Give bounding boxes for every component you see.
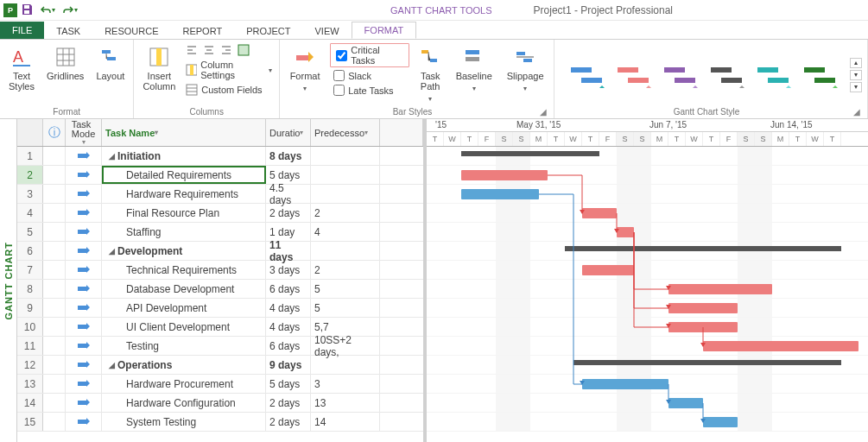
row-predecessors[interactable]: 14 [311,413,380,431]
row-number[interactable]: 13 [17,375,43,393]
row-mode[interactable] [66,147,102,165]
gantt-style-3[interactable] [660,61,698,89]
row-predecessors[interactable]: 4 [311,223,380,241]
row-mode[interactable] [66,337,102,355]
col-duration[interactable]: Duratio [266,119,311,146]
summary-bar[interactable] [565,246,841,251]
row-duration[interactable]: 11 days [266,242,311,260]
row-number[interactable]: 9 [17,299,43,317]
row-number[interactable]: 6 [17,242,43,260]
col-task-mode[interactable]: Task Mode [66,119,102,146]
row-number[interactable]: 14 [17,394,43,412]
tab-format[interactable]: FORMAT [352,22,417,39]
col-add[interactable] [380,119,423,146]
slippage-button[interactable]: Slippage [502,43,548,95]
row-task-name[interactable]: Staffing [102,223,266,241]
row-duration[interactable]: 9 days [266,356,311,374]
row-task-name[interactable]: Hardware Configuration [102,394,266,412]
table-row[interactable]: 5Staffing1 day4 [17,223,423,242]
row-mode[interactable] [66,356,102,374]
row-task-name[interactable]: ◢Operations [102,356,266,374]
row-task-name[interactable]: Detailed Requirements [102,166,266,184]
table-row[interactable]: 11Testing6 days10SS+2 days, [17,337,423,356]
gantt-style-gallery[interactable] [560,56,845,94]
task-bar[interactable] [703,417,738,427]
critical-tasks-checkbox[interactable]: Critical Tasks [330,43,409,67]
baseline-button[interactable]: Baseline [451,43,497,95]
task-bar[interactable] [668,398,703,408]
row-task-name[interactable]: API Development [102,299,266,317]
row-predecessors[interactable]: 3 [311,375,380,393]
row-predecessors[interactable]: 2 [311,261,380,279]
table-row[interactable]: 12◢Operations9 days [17,356,423,375]
table-row[interactable]: 3Hardware Requirements4.5 days [17,185,423,204]
row-task-name[interactable]: Testing [102,337,266,355]
tab-task[interactable]: TASK [44,23,92,39]
col-info[interactable]: ⓘ [43,119,66,146]
row-number[interactable]: 5 [17,223,43,241]
row-task-name[interactable]: Technical Requirements [102,261,266,279]
table-row[interactable]: 8Database Development6 days5 [17,280,423,299]
gantt-style-2[interactable] [613,61,651,89]
row-predecessors[interactable] [311,242,380,260]
row-duration[interactable]: 5 days [266,375,311,393]
tab-view[interactable]: VIEW [302,23,351,39]
insert-column-button[interactable]: Insert Column [139,43,179,93]
tab-report[interactable]: REPORT [171,23,235,39]
undo-button[interactable]: ▾ [38,5,57,16]
critical-bar[interactable] [617,227,634,237]
row-number[interactable]: 7 [17,261,43,279]
row-number[interactable]: 8 [17,280,43,298]
row-task-name[interactable]: ◢Initiation [102,147,266,165]
table-row[interactable]: 1◢Initiation8 days [17,147,423,166]
summary-bar[interactable] [573,360,841,365]
row-mode[interactable] [66,261,102,279]
row-number[interactable]: 1 [17,147,43,165]
gantt-style-6[interactable] [800,61,838,89]
row-predecessors[interactable] [311,356,380,374]
gallery-scroll[interactable]: ▴ ▾ ▾ [850,58,862,92]
tab-project[interactable]: PROJECT [234,23,302,39]
row-mode[interactable] [66,280,102,298]
row-duration[interactable]: 4 days [266,318,311,336]
critical-bar[interactable] [668,303,738,313]
row-mode[interactable] [66,204,102,222]
align-center-button[interactable] [201,43,217,57]
critical-bar[interactable] [668,284,772,294]
row-predecessors[interactable] [311,185,380,203]
tab-resource[interactable]: RESOURCE [92,23,170,39]
layout-button[interactable]: Layout [92,43,128,83]
bar-styles-launcher[interactable]: ◢ [540,107,548,118]
app-icon[interactable]: P [3,3,17,17]
row-predecessors[interactable] [311,166,380,184]
text-styles-button[interactable]: A Text Styles [5,43,38,93]
table-row[interactable]: 13Hardware Procurement5 days3 [17,375,423,394]
row-predecessors[interactable]: 10SS+2 days, [311,337,380,355]
gantt-style-1[interactable] [567,61,605,89]
gridlines-button[interactable]: Gridlines [43,43,87,83]
row-number[interactable]: 2 [17,166,43,184]
critical-bar[interactable] [461,170,548,180]
gantt-style-4[interactable] [706,61,744,89]
table-row[interactable]: 2Detailed Requirements5 days [17,166,423,185]
align-right-button[interactable] [219,43,234,57]
row-task-name[interactable]: ◢Development [102,242,266,260]
row-duration[interactable]: 2 days [266,413,311,431]
row-mode[interactable] [66,223,102,241]
align-left-button[interactable] [184,43,200,57]
col-predecessors[interactable]: Predecesso [311,119,380,146]
row-duration[interactable]: 8 days [266,147,311,165]
row-task-name[interactable]: Hardware Requirements [102,185,266,203]
save-icon[interactable] [21,3,35,17]
column-settings-button[interactable]: Column Settings [184,59,274,81]
critical-bar[interactable] [703,341,858,351]
row-mode[interactable] [66,299,102,317]
col-rownum[interactable] [17,119,43,146]
redo-button[interactable]: ▾ [60,5,79,16]
late-tasks-checkbox[interactable]: Late Tasks [330,84,409,97]
wrap-text-button[interactable] [236,43,251,57]
table-row[interactable]: 9API Development4 days5 [17,299,423,318]
row-number[interactable]: 11 [17,337,43,355]
row-task-name[interactable]: Final Resource Plan [102,204,266,222]
row-mode[interactable] [66,242,102,260]
